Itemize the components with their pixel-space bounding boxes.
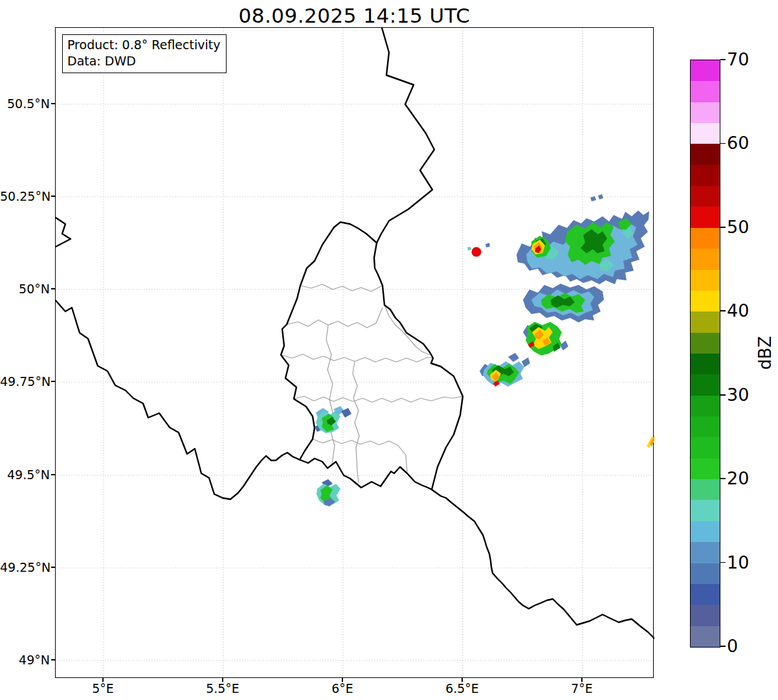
canton-border [294, 396, 463, 402]
colorbar-segment [691, 626, 720, 647]
canton-border [326, 325, 335, 464]
colorbar-segment [691, 584, 720, 605]
colorbar-tick-label: 40 [727, 302, 749, 320]
country-border [432, 490, 654, 638]
colorbar-segment [691, 605, 720, 626]
colorbar-segment [691, 563, 720, 584]
lat-tick [51, 103, 55, 104]
colorbar-segment [691, 123, 720, 144]
colorbar-tick [720, 59, 726, 60]
colorbar-segment [691, 249, 720, 269]
colorbar-segment [691, 144, 720, 164]
colorbar-segment [691, 207, 720, 227]
country-border [281, 222, 463, 490]
lat-tick-label: 50.25°N [0, 188, 50, 204]
colorbar-segment [691, 354, 720, 374]
lat-tick-label: 49.75°N [0, 374, 50, 389]
colorbar-tick-label: 70 [727, 51, 749, 69]
product-info-box: Product: 0.8° Reflectivity Data: DWD [62, 34, 227, 73]
map-plot-area [55, 27, 654, 678]
radar-figure: { "title": "08.09.2025 14:15 UTC", "info… [0, 0, 778, 700]
colorbar-segment [691, 458, 720, 479]
lat-tick-label: 49°N [0, 652, 50, 668]
lon-tick [102, 678, 104, 682]
colorbar-tick [720, 143, 726, 144]
colorbar-tick-label: 60 [727, 134, 749, 152]
colorbar-tick-label: 20 [727, 469, 749, 488]
colorbar-tick [720, 562, 726, 563]
product-label: Product: 0.8° Reflectivity [67, 37, 220, 53]
colorbar-tick [720, 227, 726, 228]
colorbar-segment [691, 186, 720, 207]
colorbar-segment [691, 228, 720, 249]
radar-echo-storm-northeast [485, 243, 490, 247]
lat-tick-label: 49.5°N [0, 467, 50, 482]
canton-border [300, 284, 383, 291]
radar-echo-storm-northeast [467, 247, 471, 251]
lat-tick-label: 49.25°N [0, 559, 50, 575]
lon-tick [461, 678, 463, 682]
lat-tick [51, 659, 55, 660]
country-border [56, 300, 300, 499]
station-marker [472, 247, 482, 257]
canton-border [353, 361, 359, 482]
radar-echo-storm-northeast [590, 196, 596, 201]
colorbar-segment [691, 374, 720, 395]
colorbar-segment [691, 479, 720, 500]
colorbar-tick-label: 50 [727, 218, 749, 236]
colorbar-tick-label: 10 [727, 554, 749, 572]
country-border [56, 218, 71, 247]
lat-tick-label: 50.5°N [0, 96, 50, 111]
lat-tick-label: 50°N [0, 281, 50, 297]
lon-tick-label: 7°E [553, 681, 611, 695]
lon-tick-label: 6°E [313, 681, 372, 695]
colorbar-segment [691, 60, 720, 81]
colorbar-tick-label: 30 [727, 386, 749, 404]
colorbar-tick-label: 0 [727, 637, 738, 655]
radar-map [56, 28, 654, 679]
colorbar-unit-label: dBZ [755, 327, 775, 379]
colorbar-tick [720, 394, 726, 396]
lon-tick [342, 678, 343, 682]
colorbar-segment [691, 333, 720, 354]
canton-border [281, 354, 433, 362]
lat-tick [51, 196, 55, 197]
lat-tick [51, 288, 55, 289]
radar-echo-storm-southeast [508, 353, 519, 362]
colorbar-tick [720, 646, 726, 647]
lat-tick [51, 567, 55, 568]
radar-echo-storm-northeast [598, 194, 603, 199]
colorbar-segment [691, 416, 720, 437]
colorbar-segment [691, 542, 720, 563]
lat-tick [51, 381, 55, 382]
colorbar-tick [720, 310, 726, 311]
canton-border [287, 308, 383, 328]
map-title: 08.09.2025 14:15 UTC [55, 4, 654, 27]
lon-tick-label: 6.5°E [433, 681, 491, 695]
colorbar [690, 60, 720, 648]
colorbar-segment [691, 396, 720, 416]
colorbar-segment [691, 270, 720, 291]
colorbar-segment [691, 500, 720, 521]
lon-tick-label: 5°E [74, 681, 132, 695]
colorbar-segment [691, 165, 720, 186]
colorbar-segment [691, 81, 720, 102]
colorbar-segment [691, 521, 720, 542]
colorbar-segment [691, 291, 720, 311]
lat-tick [51, 474, 55, 475]
lon-tick [581, 678, 583, 682]
country-border [377, 28, 434, 243]
colorbar-tick [720, 478, 726, 479]
lon-tick-label: 5.5°E [194, 681, 252, 695]
data-source-label: Data: DWD [67, 53, 220, 69]
lon-tick [222, 678, 223, 682]
colorbar-segment [691, 311, 720, 332]
colorbar-segment [691, 102, 720, 123]
colorbar-segment [691, 437, 720, 458]
